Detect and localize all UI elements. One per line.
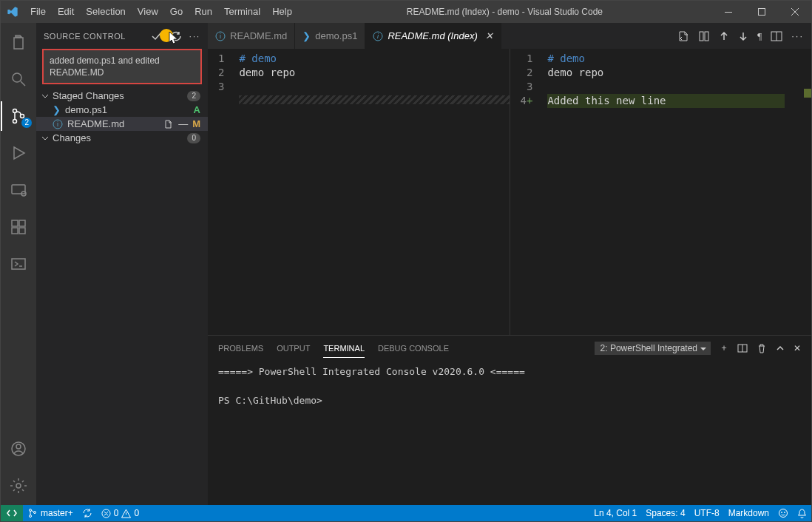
svg-rect-10 — [19, 228, 25, 234]
source-control-icon[interactable]: 2 — [1, 101, 36, 131]
menu-selection[interactable]: Selection — [80, 1, 131, 23]
svg-rect-22 — [700, 32, 703, 41]
info-file-icon: i — [53, 119, 63, 129]
svg-point-35 — [785, 512, 785, 513]
menu-go[interactable]: Go — [164, 1, 189, 23]
svg-rect-23 — [705, 32, 708, 41]
sync-status[interactable] — [82, 508, 92, 518]
kill-terminal-icon[interactable] — [757, 343, 767, 353]
split-terminal-icon[interactable] — [737, 343, 748, 353]
menu-bar: File Edit Selection View Go Run Terminal… — [24, 1, 298, 23]
commit-message-highlight-box: added demo.ps1 and edited README.MD — [42, 49, 202, 84]
close-tab-icon[interactable]: ✕ — [485, 30, 493, 41]
panel-tab-debug-console[interactable]: DEBUG CONSOLE — [378, 344, 449, 353]
tab-label: demo.ps1 — [315, 30, 357, 41]
editor-more-icon[interactable]: ··· — [791, 30, 804, 41]
indentation-status[interactable]: Spaces: 4 — [646, 508, 685, 518]
powershell-file-icon: ❯ — [53, 104, 61, 115]
more-actions-icon[interactable]: ··· — [189, 32, 200, 41]
diff-original-pane[interactable]: 123 # demodemo repo — [208, 49, 510, 335]
commit-message-input[interactable]: added demo.ps1 and edited README.MD — [44, 50, 200, 83]
svg-rect-6 — [12, 185, 25, 194]
notifications-icon[interactable] — [797, 509, 807, 518]
info-file-icon: i — [215, 31, 226, 41]
menu-view[interactable]: View — [132, 1, 164, 23]
svg-rect-8 — [12, 220, 18, 226]
chevron-down-icon — [41, 92, 50, 101]
problems-status[interactable]: 0 0 — [101, 508, 139, 518]
menu-file[interactable]: File — [24, 1, 52, 23]
warning-icon — [121, 509, 131, 518]
swap-icon[interactable] — [698, 30, 710, 42]
svg-point-5 — [21, 115, 24, 118]
terminal-selector[interactable]: 2: PowerShell Integrated — [595, 342, 711, 355]
status-bar: master+ 0 0 Ln 4, Col 1 Spaces: 4 UTF-8 … — [1, 505, 811, 521]
changes-section[interactable]: Changes 0 — [36, 131, 208, 145]
file-name: demo.ps1 — [65, 104, 107, 115]
feedback-icon[interactable] — [778, 508, 788, 518]
new-terminal-icon[interactable]: ＋ — [720, 342, 728, 354]
staged-file-demo-ps1[interactable]: ❯ demo.ps1 A — [36, 103, 208, 117]
open-file-icon[interactable] — [163, 119, 174, 129]
revert-icon[interactable] — [677, 30, 689, 42]
menu-help[interactable]: Help — [266, 1, 298, 23]
svg-text:i: i — [220, 33, 221, 40]
svg-text:i: i — [57, 121, 58, 128]
maximize-panel-icon[interactable] — [776, 344, 785, 353]
run-debug-icon[interactable] — [1, 138, 36, 168]
minimap[interactable] — [785, 49, 811, 335]
terminal-body[interactable]: =====> PowerShell Integrated Console v20… — [208, 360, 811, 413]
diff-modified-pane[interactable]: 1234+ # demodemo repo Added this new lin… — [510, 49, 812, 335]
staged-changes-section[interactable]: Staged Changes 2 — [36, 89, 208, 103]
tab-label: README.md — [230, 30, 287, 41]
svg-point-15 — [16, 484, 21, 488]
menu-terminal[interactable]: Terminal — [218, 1, 266, 23]
remote-icon — [7, 508, 17, 518]
split-editor-icon[interactable] — [771, 30, 782, 42]
tab-readme-index[interactable]: i README.md (Index) ✕ — [365, 23, 501, 49]
close-window-button[interactable] — [778, 1, 811, 23]
svg-point-4 — [13, 120, 17, 123]
file-name: README.md — [67, 118, 124, 129]
menu-edit[interactable]: Edit — [52, 1, 80, 23]
maximize-button[interactable] — [745, 1, 778, 23]
panel-tab-terminal[interactable]: TERMINAL — [323, 344, 365, 358]
search-icon[interactable] — [1, 64, 36, 94]
explorer-icon[interactable] — [1, 27, 36, 57]
extensions-icon[interactable] — [1, 212, 36, 242]
minimize-button[interactable] — [711, 1, 745, 23]
whitespace-icon[interactable]: ¶ — [757, 30, 762, 42]
git-branch-icon — [27, 508, 38, 518]
prev-change-icon[interactable] — [719, 31, 729, 41]
source-control-sidebar: SOURCE CONTROL ··· added demo.ps1 and ed… — [36, 23, 208, 505]
accounts-icon[interactable] — [1, 434, 36, 464]
cursor-position[interactable]: Ln 4, Col 1 — [594, 508, 637, 518]
tab-demo-ps1[interactable]: ❯ demo.ps1 — [295, 23, 365, 49]
svg-point-33 — [779, 509, 788, 518]
svg-point-29 — [30, 515, 32, 518]
unstage-icon[interactable]: — — [178, 118, 188, 129]
remote-indicator[interactable] — [1, 505, 23, 521]
close-panel-icon[interactable]: ✕ — [794, 343, 801, 353]
powershell-icon[interactable] — [1, 249, 36, 279]
staged-file-readme[interactable]: i README.md — M — [36, 117, 208, 131]
encoding-status[interactable]: UTF-8 — [694, 508, 720, 518]
remote-explorer-icon[interactable] — [1, 175, 36, 205]
svg-rect-9 — [12, 228, 18, 234]
changes-label: Changes — [53, 132, 91, 143]
panel-tab-output[interactable]: OUTPUT — [277, 344, 310, 353]
git-branch-status[interactable]: master+ — [27, 508, 73, 518]
settings-gear-icon[interactable] — [1, 471, 36, 501]
svg-point-28 — [30, 509, 32, 512]
activity-bar: 2 — [1, 23, 36, 505]
svg-text:i: i — [377, 33, 379, 40]
panel-tab-problems[interactable]: PROBLEMS — [218, 344, 263, 353]
language-mode-status[interactable]: Markdown — [728, 508, 769, 518]
svg-rect-1 — [758, 9, 765, 16]
sidebar-title: SOURCE CONTROL — [44, 32, 126, 41]
tab-readme[interactable]: i README.md — [208, 23, 295, 49]
next-change-icon[interactable] — [738, 31, 748, 41]
info-file-icon: i — [373, 31, 383, 41]
menu-run[interactable]: Run — [189, 1, 218, 23]
vscode-logo-icon — [7, 6, 18, 18]
